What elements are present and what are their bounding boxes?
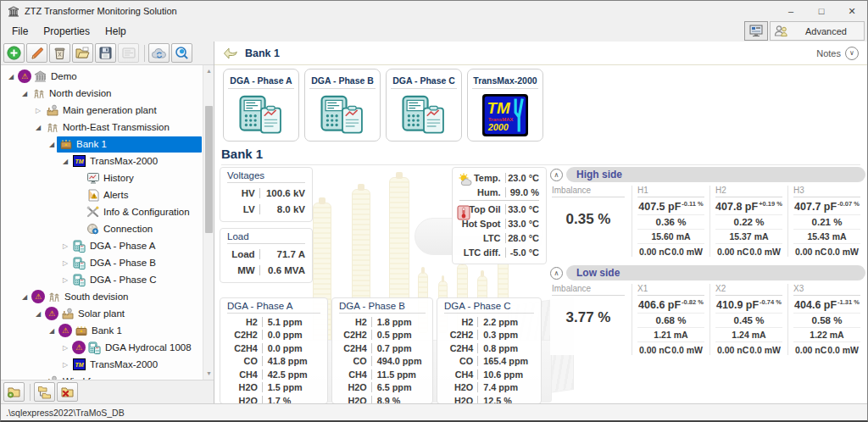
card-title: DGA - Phase A (228, 69, 294, 89)
menu-bar: File Properties Help Advanced (1, 21, 867, 42)
ltc-diff-row: LTC diff.-5.0 °C (459, 245, 539, 259)
delete-button[interactable] (49, 43, 70, 63)
database-remove-button[interactable] (57, 382, 78, 402)
tree-item-demo[interactable]: ◢ ⚠ Demo (1, 68, 214, 85)
open-button[interactable] (72, 43, 93, 63)
expander-open-icon[interactable]: ◢ (19, 293, 30, 301)
tree-item-history[interactable]: History (1, 169, 214, 186)
collapse-low-side-icon[interactable]: ∧ (550, 267, 563, 280)
folder-delete-icon (60, 386, 75, 398)
tree-item-bank1-south[interactable]: ◢ ⚠ Bank 1 (1, 322, 214, 339)
monitor-view-button[interactable] (744, 21, 768, 41)
channel-h3: H3 407.7 pF-0.07 % 0.21 % 15.43 mA 0.00 … (787, 186, 865, 257)
tree-item-dga-phase-b[interactable]: ▷ DGA - Phase B (1, 254, 214, 271)
expander-open-icon[interactable]: ◢ (33, 378, 43, 380)
tree-item-info-configuration[interactable]: Info & Configuration (1, 203, 214, 220)
tree-label: North-East Transmission (63, 122, 170, 132)
card-transmax-2000[interactable]: TransMax-2000 TMTransMAX2000 (467, 69, 543, 142)
tree-item-north-devision[interactable]: ◢ North devision (1, 85, 214, 102)
tree-label: DGA Hydrocal 1008 (105, 342, 192, 353)
expander-open-icon[interactable]: ◢ (33, 310, 43, 318)
tree-item-dga-hydrocal[interactable]: ▷ ⚠ DGA Hydrocal 1008 (1, 339, 214, 356)
alerts-icon (86, 188, 100, 202)
tree-item-dga-phase-c[interactable]: ▷ DGA - Phase C (1, 271, 214, 288)
expander-open-icon[interactable]: ◢ (6, 73, 16, 81)
expander-open-icon[interactable]: ◢ (47, 327, 57, 335)
expander-open-icon[interactable]: ◢ (47, 141, 57, 148)
save-button[interactable] (95, 43, 116, 63)
main-panel: Bank 1 Notes ∨ (214, 42, 867, 403)
plant-icon (45, 103, 59, 117)
card-dga-phase-a[interactable]: DGA - Phase A (223, 69, 299, 142)
scroll-down-icon[interactable]: ▼ (203, 368, 214, 380)
warning-icon: ⚠ (31, 290, 45, 303)
notes-label[interactable]: Notes (816, 48, 841, 58)
menu-file[interactable]: File (4, 23, 36, 40)
database-structure-button[interactable] (34, 382, 55, 402)
tree-label: Solar plant (78, 308, 125, 319)
tree-label: TransMax-2000 (90, 156, 158, 166)
connection-icon (86, 222, 100, 236)
tree-item-bank1-selected[interactable]: ◢ Bank 1 (1, 136, 214, 153)
breadcrumb-current[interactable]: Bank 1 (245, 47, 280, 59)
expander-open-icon[interactable]: ◢ (60, 158, 70, 165)
minimize-icon[interactable]: – (776, 1, 806, 21)
tree-item-alerts[interactable]: Alerts (1, 186, 214, 203)
collapse-high-side-icon[interactable]: ∧ (550, 169, 563, 181)
sync-button[interactable] (148, 43, 170, 63)
expander-closed-icon[interactable]: ▷ (60, 361, 70, 369)
tree-label: Info & Configuration (103, 207, 190, 217)
tree-item-connection[interactable]: Connection (1, 220, 214, 237)
dga-device-icon (320, 95, 364, 136)
tree-item-dga-phase-a[interactable]: ▷ DGA - Phase A (1, 237, 214, 254)
tree-label: DGA - Phase A (90, 241, 155, 251)
maximize-icon[interactable]: □ (806, 1, 837, 21)
expander-closed-icon[interactable]: ▷ (60, 259, 70, 267)
tree-item-south-devision[interactable]: ◢ ⚠ South devision (1, 288, 214, 305)
expander-open-icon[interactable]: ◢ (19, 90, 30, 97)
pencil-icon (31, 47, 44, 60)
sun-cloud-icon (457, 173, 474, 186)
advanced-label: Advanced (788, 26, 864, 36)
edit-button[interactable] (26, 43, 47, 63)
dga-device-icon (402, 95, 446, 136)
load-title: Load (227, 231, 305, 244)
channel-x2: X2 410.9 pF-0.74 % 0.45 % 1.24 mA 0.00 n… (709, 284, 787, 355)
tree-item-solar-plant[interactable]: ◢ ⚠ Solar plant (1, 305, 214, 322)
low-side-title: Low side (566, 265, 865, 280)
scroll-up-icon[interactable]: ▲ (203, 65, 214, 77)
search-icon (175, 46, 189, 60)
transformer-icon (58, 137, 73, 151)
report-icon (122, 47, 136, 58)
tree-item-wind-farm[interactable]: ◢ Wind farm (1, 373, 214, 380)
notes-expand-icon[interactable]: ∨ (845, 47, 859, 60)
expander-closed-icon[interactable]: ▷ (60, 276, 70, 284)
expander-closed-icon[interactable]: ▷ (60, 344, 70, 352)
tree-scrollbar[interactable]: ▲ ▼ (203, 65, 214, 380)
database-settings-button[interactable] (3, 382, 25, 402)
scrollbar-thumb[interactable] (205, 106, 213, 233)
menu-help[interactable]: Help (97, 23, 134, 40)
back-icon[interactable] (223, 47, 238, 59)
card-dga-phase-c[interactable]: DGA - Phase C (386, 69, 462, 142)
load-row: Load71.7 A (227, 246, 305, 262)
dga-phase-c-panel: DGA - Phase C H22.2 ppm C2H20.3 ppm C2H4… (437, 297, 542, 403)
monitor-icon (749, 25, 763, 37)
tree-label: Bank 1 (92, 325, 122, 336)
expander-closed-icon[interactable]: ▷ (60, 242, 70, 250)
expander-closed-icon[interactable]: ▷ (33, 107, 43, 114)
expander-open-icon[interactable]: ◢ (33, 124, 43, 131)
load-panel: Load Load71.7 A MW0.6 MVA (220, 228, 313, 283)
tree-item-transmax-south[interactable]: ▷ TM TransMax-2000 (1, 356, 214, 373)
search-button[interactable] (171, 43, 192, 63)
menu-properties[interactable]: Properties (36, 23, 97, 40)
window-title: ZTZ Transformer Monitoring Solution (25, 6, 177, 16)
close-icon[interactable]: ✕ (837, 1, 867, 21)
card-dga-phase-b[interactable]: DGA - Phase B (304, 69, 381, 142)
advanced-button[interactable]: Advanced (770, 21, 865, 41)
add-button[interactable] (3, 43, 25, 63)
tree-item-main-generation-plant[interactable]: ▷ Main generation plant (1, 102, 214, 119)
tree-item-transmax-north[interactable]: ◢ TM TransMax-2000 (1, 153, 214, 169)
towers-icon (45, 120, 59, 134)
tree-item-north-east-transmission[interactable]: ◢ North-East Transmission (1, 119, 214, 136)
